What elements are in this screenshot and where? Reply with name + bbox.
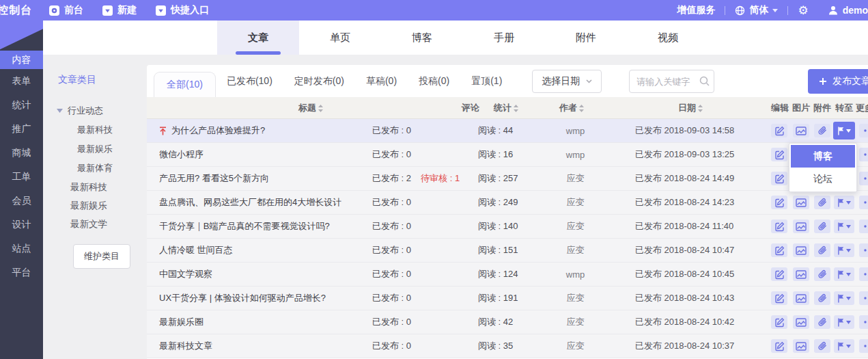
publish-article-button[interactable]: 发布文章 <box>808 69 868 94</box>
column-header-5[interactable]: 日期 <box>678 97 703 119</box>
sidebar-item-7[interactable]: 会员 <box>0 189 43 213</box>
content-tab-6[interactable]: 视频 <box>627 21 709 55</box>
filter-tab-3[interactable]: 定时发布(0) <box>283 65 355 97</box>
content-tab-5[interactable]: 附件 <box>545 21 627 55</box>
edit-button[interactable] <box>771 124 787 137</box>
sidebar-item-5[interactable]: 商城 <box>0 141 43 165</box>
image-button[interactable] <box>793 124 809 137</box>
goto-button[interactable] <box>834 243 854 257</box>
article-title-cell[interactable]: 为什么产品体验难提升? <box>147 124 365 137</box>
content-tab-4[interactable]: 手册 <box>463 21 545 55</box>
more-button[interactable] <box>859 148 868 161</box>
sidebar-item-6[interactable]: 工单 <box>0 165 43 189</box>
edit-button[interactable] <box>771 220 787 233</box>
more-button[interactable] <box>859 267 868 281</box>
attachment-button[interactable] <box>814 243 830 257</box>
image-button[interactable] <box>793 196 809 209</box>
sidebar-item-9[interactable]: 站点 <box>0 237 43 261</box>
image-button[interactable] <box>793 267 809 281</box>
maintain-categories-button[interactable]: 维护类目 <box>73 244 130 269</box>
edit-button[interactable] <box>771 315 787 329</box>
edit-button[interactable] <box>771 291 787 305</box>
language-selector[interactable]: 简体 <box>725 4 787 16</box>
goto-dropdown-item-2[interactable]: 论坛 <box>791 168 855 190</box>
image-button[interactable] <box>793 220 809 233</box>
goto-button[interactable] <box>833 122 855 139</box>
tree-node[interactable]: 最新娱乐 <box>70 196 147 215</box>
search-icon[interactable] <box>699 76 710 86</box>
edit-button[interactable] <box>771 196 787 209</box>
sidebar-item-8[interactable]: 设计 <box>0 213 43 237</box>
goto-button[interactable] <box>834 267 854 281</box>
edit-button[interactable] <box>771 339 787 353</box>
attachment-button[interactable] <box>814 220 830 233</box>
edit-button[interactable] <box>771 148 787 161</box>
article-title-cell[interactable]: 盘点腾讯、网易这些大厂都在用的4大增长设计 <box>147 196 365 209</box>
more-button[interactable] <box>859 291 868 305</box>
attachment-button[interactable] <box>814 267 830 281</box>
content-tab-3[interactable]: 博客 <box>381 21 463 55</box>
settings-button[interactable]: ⚙ <box>788 5 817 16</box>
filter-tab-5[interactable]: 投稿(0) <box>408 65 460 97</box>
attachment-button[interactable] <box>814 291 830 305</box>
filter-tab-4[interactable]: 草稿(0) <box>355 65 408 97</box>
topnav-item[interactable]: 前台 <box>49 4 83 16</box>
tree-node[interactable]: 最新科技 <box>77 120 147 139</box>
filter-tab-6[interactable]: 置顶(1) <box>460 65 513 97</box>
attachment-button[interactable] <box>814 339 830 353</box>
more-button[interactable] <box>859 196 868 209</box>
tree-node[interactable]: 最新体育 <box>77 159 147 178</box>
tree-node[interactable]: 最新文学 <box>70 215 147 233</box>
more-button[interactable] <box>859 220 868 233</box>
column-header-3[interactable]: 统计 <box>494 97 518 119</box>
sidebar-item-10[interactable]: 平台 <box>0 261 43 284</box>
article-title-cell[interactable]: 产品无用? 看看这5个新方向 <box>147 172 365 185</box>
article-title-cell[interactable]: 中国文学观察 <box>147 268 365 280</box>
content-tab-2[interactable]: 单页 <box>299 21 381 55</box>
filter-tab-1[interactable]: 全部(10) <box>154 72 216 97</box>
topnav-item[interactable]: 新建 <box>102 4 137 16</box>
content-tab-1[interactable]: 文章 <box>217 21 299 55</box>
sidebar-item-1[interactable]: 内容 <box>0 51 43 69</box>
more-button[interactable] <box>859 315 868 329</box>
tree-node[interactable]: 最新科技 <box>70 178 147 196</box>
article-title-cell[interactable]: 人情冷暖 世间百态 <box>147 244 365 256</box>
more-button[interactable] <box>859 172 868 185</box>
edit-button[interactable] <box>771 267 787 281</box>
article-title-cell[interactable]: UX干货分享 | 体验设计如何驱动产品增长? <box>147 292 365 304</box>
goto-dropdown-item-1[interactable]: 博客 <box>791 145 855 168</box>
article-title-cell[interactable]: 微信小程序 <box>147 148 365 161</box>
column-header-1[interactable]: 标题 <box>298 97 323 119</box>
article-title-cell[interactable]: 干货分享｜B端产品真的不需要视觉设计吗? <box>147 220 365 232</box>
more-button[interactable] <box>859 339 868 353</box>
edit-button[interactable] <box>771 243 787 257</box>
goto-button[interactable] <box>834 315 854 329</box>
goto-button[interactable] <box>834 196 854 209</box>
tree-node[interactable]: 最新娱乐 <box>77 139 147 159</box>
value-added-services-link[interactable]: 增值服务 <box>667 4 725 16</box>
article-title-cell[interactable]: 最新娱乐圈 <box>147 316 365 328</box>
goto-button[interactable] <box>834 291 854 305</box>
image-button[interactable] <box>793 291 809 305</box>
date-filter-button[interactable]: 选择日期 <box>532 70 602 93</box>
goto-button[interactable] <box>834 220 854 233</box>
sidebar-item-3[interactable]: 统计 <box>0 93 43 117</box>
more-button[interactable] <box>859 124 868 137</box>
attachment-button[interactable] <box>814 124 830 137</box>
image-button[interactable] <box>793 243 809 257</box>
sidebar-item-4[interactable]: 推广 <box>0 117 43 141</box>
tree-node-parent[interactable]: 行业动态 <box>57 101 147 120</box>
filter-tab-2[interactable]: 已发布(10) <box>216 65 283 97</box>
sidebar-item-2[interactable]: 表单 <box>0 69 43 93</box>
topnav-item[interactable]: 快捷入口 <box>156 4 209 16</box>
attachment-button[interactable] <box>814 196 830 209</box>
column-header-4[interactable]: 作者 <box>559 97 584 119</box>
image-button[interactable] <box>793 339 809 353</box>
user-menu[interactable]: demo <box>818 5 868 16</box>
goto-button[interactable] <box>834 339 854 353</box>
edit-button[interactable] <box>771 172 787 185</box>
more-button[interactable] <box>859 243 868 257</box>
image-button[interactable] <box>793 315 809 329</box>
article-title-cell[interactable]: 最新科技文章 <box>147 340 365 352</box>
attachment-button[interactable] <box>814 315 830 329</box>
